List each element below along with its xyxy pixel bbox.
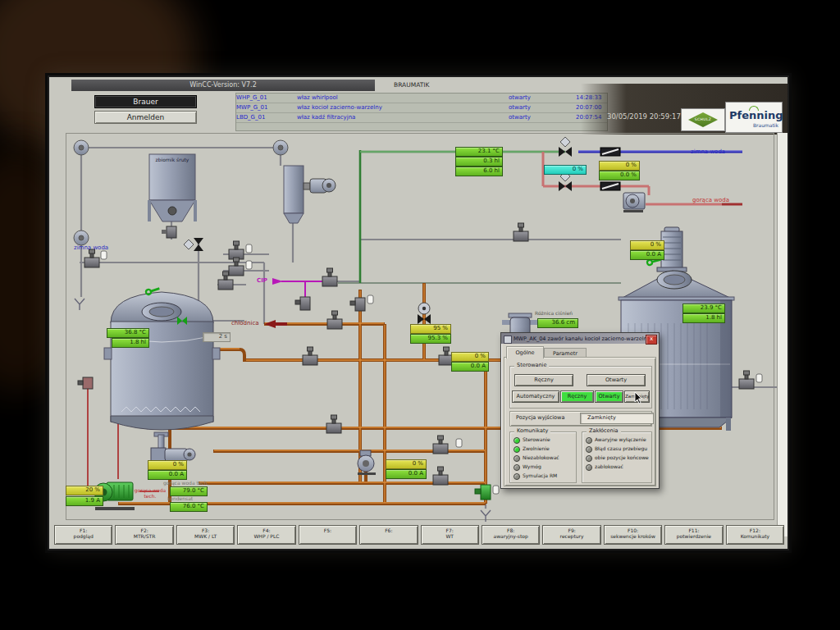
tab-ogolne[interactable]: Ogólne	[506, 346, 544, 358]
fkey-label: F8:	[482, 527, 539, 533]
fkey-label: awaryjny-stop	[482, 533, 539, 539]
grist-line-valve[interactable]	[184, 238, 203, 251]
valve[interactable]	[229, 258, 244, 276]
cold-water-left-label: zimna woda	[74, 244, 108, 251]
monitor-screen: WinCC-Version: V7.2 Brauer Anmelden BRAU…	[48, 75, 789, 550]
fkey-label: potwierdzenie	[665, 533, 722, 539]
hot-valve-setpoint: 0 %	[599, 161, 640, 171]
fkey-f3[interactable]: F3:MWK / LT	[176, 525, 235, 545]
kettle-temp: 23.9 °C	[682, 304, 725, 313]
cip-arrow-icon	[272, 278, 283, 285]
fkey-f12[interactable]: F12:Komunikaty	[726, 525, 784, 545]
mash-tun-agitator-motor[interactable]	[151, 432, 195, 462]
valve[interactable]	[326, 415, 341, 433]
cmd-otwarty-button[interactable]: Otwarty	[595, 390, 623, 403]
kettle-motor-setpoint: 0 %	[630, 240, 664, 250]
cold-water-right-label: zimna woda	[691, 148, 725, 155]
cooler-label: chłodnica	[231, 320, 259, 326]
cip-valve[interactable]	[322, 268, 337, 286]
control-group-legend: Sterowanie	[514, 363, 549, 368]
valve[interactable]	[295, 297, 310, 310]
fkey-label: F5:	[299, 527, 356, 533]
fault-label: obie pozycje końcowe	[595, 454, 649, 460]
valve[interactable]	[433, 467, 448, 485]
fkey-f4[interactable]: F4:WHP / PLC	[237, 525, 295, 545]
valve[interactable]	[84, 249, 99, 267]
fkey-f10[interactable]: F10:sekwencje kroków	[604, 525, 662, 545]
message-label: Symulacja RM	[523, 472, 557, 478]
mode-reczny-button[interactable]: Ręczny	[514, 374, 573, 386]
fkey-label: WHP / PLC	[238, 533, 294, 539]
mid-valve-setpoint: 0 %	[451, 352, 489, 362]
valve[interactable]	[433, 436, 448, 454]
valve[interactable]	[350, 298, 365, 311]
fkey-label: F11:	[665, 527, 722, 533]
fkey-f1[interactable]: F1:podgląd	[54, 525, 112, 545]
cooler-valve[interactable]	[327, 311, 342, 329]
valve[interactable]	[303, 347, 317, 365]
hot-water-tech-label: gorąca woda tech.	[131, 488, 169, 499]
fkey-f7[interactable]: F7:WT	[421, 525, 479, 545]
hot-water-pump[interactable]	[623, 193, 645, 212]
led-icon	[514, 455, 520, 462]
fkey-label: F4:	[238, 527, 294, 533]
cold-valve-position: 0 %	[544, 165, 587, 175]
led-icon	[514, 446, 520, 453]
led-icon	[586, 437, 592, 444]
line-level: 0.3 hl	[455, 157, 503, 167]
mode-otwarty-button[interactable]: Otwarty	[587, 374, 646, 386]
valve[interactable]	[739, 371, 754, 389]
led-icon	[514, 464, 520, 471]
mid-valve-current: 0.0 A	[451, 362, 489, 372]
hot-valve-position: 0.0 %	[599, 171, 640, 180]
fkey-label: MWK / LT	[177, 533, 234, 539]
mash-tun-temp: 36.8 °C	[107, 328, 149, 338]
fkey-label: Komunikaty	[727, 533, 783, 539]
fault-label: Awaryjne wyłączenie	[595, 436, 646, 442]
photo-background: WinCC-Version: V7.2 Brauer Anmelden BRAU…	[0, 0, 840, 630]
hot-water-right-label: gorąca woda	[692, 197, 729, 203]
led-icon	[586, 455, 592, 462]
cip-pipe	[281, 281, 325, 299]
led-icon	[586, 464, 592, 471]
grist-bin-valve[interactable]	[162, 226, 176, 238]
kettle-motor-current: 0.0 A	[630, 250, 664, 260]
fkey-label: F6:	[360, 527, 417, 533]
mash-tun[interactable]	[104, 292, 220, 430]
green-valve[interactable]	[475, 485, 491, 500]
valve[interactable]	[514, 223, 528, 241]
cmd-automatyczny-button[interactable]: Automatyczny	[512, 390, 559, 403]
fkey-f9[interactable]: F9:receptury	[542, 525, 600, 545]
grist-bin[interactable]	[148, 154, 197, 221]
line-volume: 6.0 hl	[455, 167, 503, 176]
fkey-f11[interactable]: F11:potwierdzenie	[664, 525, 723, 545]
fault-label: Błąd czasu przebiegu	[595, 445, 647, 451]
pump-current: 0.0 A	[386, 469, 427, 479]
fkey-f6[interactable]: F6:	[359, 525, 418, 545]
close-icon[interactable]: x	[646, 335, 657, 345]
cold-water-valve[interactable]	[559, 137, 572, 157]
hw-tech-temp: 79.0 °C	[170, 486, 208, 496]
fkey-label: sekwencje kroków	[605, 533, 661, 539]
home-position-label: Pozycja wyjściowa	[516, 414, 564, 421]
cmd-reczny-button[interactable]: Ręczny	[560, 390, 594, 403]
fkey-f2[interactable]: F2:MTR/STR	[115, 525, 173, 545]
fkey-f5[interactable]: F5:	[299, 525, 357, 545]
hot-tech-valve[interactable]	[78, 377, 93, 389]
valve-faceplate-dialog[interactable]: MWP_AK_04 zawór kanału kocioł zacierno-w…	[500, 332, 660, 489]
grist-mill[interactable]	[284, 166, 336, 223]
fkey-label: receptury	[543, 533, 600, 539]
fkey-f8[interactable]: F8:awaryjny-stop	[482, 525, 540, 545]
agitator-setpoint: 0 %	[148, 460, 187, 470]
condensate-temp: 76.0 °C	[170, 502, 208, 512]
valve95-position: 95.3 %	[410, 334, 451, 344]
grist-bin-label: zbiornik śruty	[151, 157, 194, 163]
led-icon	[514, 437, 520, 444]
dialog-titlebar[interactable]: MWP_AK_04 zawór kanału kocioł zacierno-w…	[501, 333, 659, 344]
fkey-label: F7:	[422, 527, 478, 533]
dialog-icon	[504, 336, 512, 344]
fkey-label: F10:	[605, 527, 661, 533]
faults-group-legend: Zakłócenia	[587, 428, 621, 434]
fkey-label: F9:	[543, 527, 600, 533]
valve[interactable]	[229, 241, 244, 259]
